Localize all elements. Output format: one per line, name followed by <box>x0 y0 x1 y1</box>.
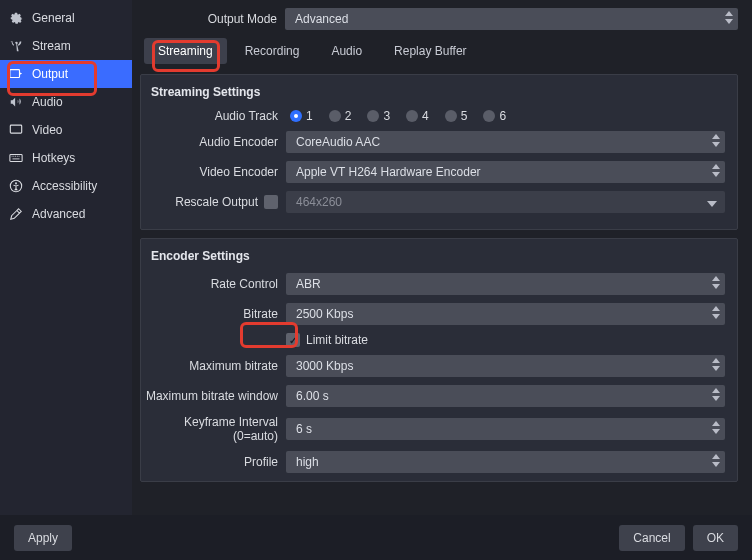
cancel-button[interactable]: Cancel <box>619 525 684 551</box>
streaming-settings-panel: Streaming Settings Audio Track 1 2 3 4 5… <box>140 74 738 230</box>
sidebar-item-general[interactable]: General <box>0 4 132 32</box>
audio-track-3[interactable]: 3 <box>367 109 390 123</box>
ok-button[interactable]: OK <box>693 525 738 551</box>
audio-track-4[interactable]: 4 <box>406 109 429 123</box>
tools-icon <box>8 206 24 222</box>
sidebar-item-audio[interactable]: Audio <box>0 88 132 116</box>
svg-rect-0 <box>10 70 20 78</box>
audio-track-2[interactable]: 2 <box>329 109 352 123</box>
sidebar-item-label: Hotkeys <box>32 151 75 165</box>
rescale-select[interactable]: 464x260 <box>286 191 725 213</box>
antenna-icon <box>8 38 24 54</box>
max-bitrate-window-field[interactable]: 6.00 s <box>286 385 725 407</box>
sidebar-item-accessibility[interactable]: Accessibility <box>0 172 132 200</box>
rescale-label: Rescale Output <box>175 195 258 209</box>
rate-control-select[interactable]: ABR <box>286 273 725 295</box>
sidebar-item-label: Accessibility <box>32 179 97 193</box>
footer: Apply Cancel OK <box>0 515 752 560</box>
svg-rect-2 <box>10 155 22 162</box>
sidebar-item-label: General <box>32 11 75 25</box>
sidebar-item-video[interactable]: Video <box>0 116 132 144</box>
bitrate-label: Bitrate <box>141 307 286 321</box>
max-bitrate-window-label: Maximum bitrate window <box>141 389 286 403</box>
sidebar-item-label: Stream <box>32 39 71 53</box>
panel-title: Streaming Settings <box>141 85 725 109</box>
profile-label: Profile <box>141 455 286 469</box>
video-encoder-label: Video Encoder <box>141 165 286 179</box>
audio-encoder-select[interactable]: CoreAudio AAC <box>286 131 725 153</box>
video-encoder-select[interactable]: Apple VT H264 Hardware Encoder <box>286 161 725 183</box>
audio-track-radios: 1 2 3 4 5 6 <box>286 109 725 123</box>
profile-select[interactable]: high <box>286 451 725 473</box>
sidebar: General Stream Output Audio Video Hotkey… <box>0 0 132 515</box>
sidebar-item-label: Audio <box>32 95 63 109</box>
audio-track-label: Audio Track <box>141 109 286 123</box>
sidebar-item-label: Video <box>32 123 62 137</box>
panel-title: Encoder Settings <box>141 249 725 273</box>
sidebar-item-stream[interactable]: Stream <box>0 32 132 60</box>
output-mode-select[interactable]: Advanced <box>285 8 738 30</box>
bitrate-field[interactable]: 2500 Kbps <box>286 303 725 325</box>
apply-button[interactable]: Apply <box>14 525 72 551</box>
tab-audio[interactable]: Audio <box>317 38 376 64</box>
gear-icon <box>8 10 24 26</box>
monitor-icon <box>8 122 24 138</box>
sidebar-item-label: Output <box>32 67 68 81</box>
sidebar-item-label: Advanced <box>32 207 85 221</box>
tab-recording[interactable]: Recording <box>231 38 314 64</box>
speaker-icon <box>8 94 24 110</box>
audio-track-1[interactable]: 1 <box>290 109 313 123</box>
accessibility-icon <box>8 178 24 194</box>
keyframe-field[interactable]: 6 s <box>286 418 725 440</box>
tab-replay-buffer[interactable]: Replay Buffer <box>380 38 481 64</box>
keyframe-label: Keyframe Interval (0=auto) <box>141 415 286 443</box>
limit-bitrate-checkbox[interactable] <box>286 333 300 347</box>
max-bitrate-field[interactable]: 3000 Kbps <box>286 355 725 377</box>
sidebar-item-hotkeys[interactable]: Hotkeys <box>0 144 132 172</box>
rescale-checkbox[interactable] <box>264 195 278 209</box>
max-bitrate-label: Maximum bitrate <box>141 359 286 373</box>
audio-track-5[interactable]: 5 <box>445 109 468 123</box>
output-mode-label: Output Mode <box>140 12 285 26</box>
audio-track-6[interactable]: 6 <box>483 109 506 123</box>
sidebar-item-advanced[interactable]: Advanced <box>0 200 132 228</box>
limit-bitrate-label: Limit bitrate <box>306 333 368 347</box>
keyboard-icon <box>8 150 24 166</box>
main-content: Output Mode Advanced Streaming Recording… <box>132 0 752 515</box>
output-icon <box>8 66 24 82</box>
encoder-settings-panel: Encoder Settings Rate Control ABR Bitrat… <box>140 238 738 482</box>
audio-encoder-label: Audio Encoder <box>141 135 286 149</box>
svg-point-4 <box>15 182 17 184</box>
svg-rect-1 <box>10 125 21 133</box>
tab-streaming[interactable]: Streaming <box>144 38 227 64</box>
sidebar-item-output[interactable]: Output <box>0 60 132 88</box>
rate-control-label: Rate Control <box>141 277 286 291</box>
tabs: Streaming Recording Audio Replay Buffer <box>144 38 738 64</box>
